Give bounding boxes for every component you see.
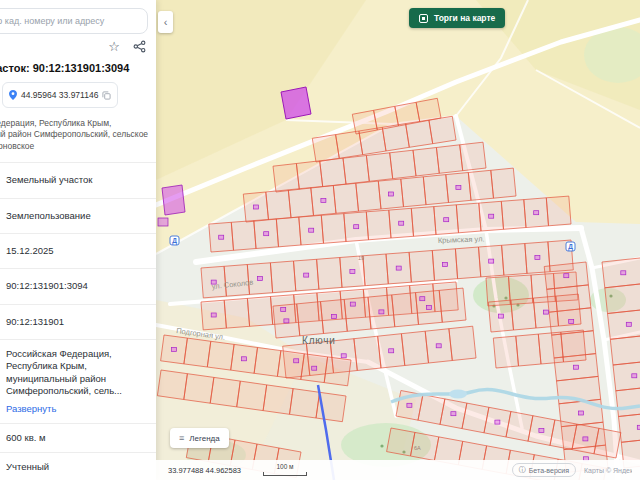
building-marker[interactable] [350,302,355,306]
parcel-polygon[interactable] [263,385,293,414]
building-marker[interactable] [569,320,574,324]
parcel-polygon[interactable] [210,377,240,407]
building-marker[interactable] [309,228,314,232]
parcel-polygon[interactable] [411,207,436,237]
parcel-polygon[interactable] [538,332,563,364]
building-marker[interactable] [579,411,584,415]
building-marker[interactable] [388,192,393,196]
parcel-polygon[interactable] [366,153,392,182]
parcel-polygon[interactable] [290,389,320,418]
parcel-polygon[interactable] [439,288,466,322]
parcel-polygon[interactable] [468,170,493,200]
parcel-polygon[interactable] [277,351,304,380]
building-marker[interactable] [264,232,269,236]
parcel-polygon[interactable] [413,148,439,177]
parcel-polygon[interactable] [184,374,214,404]
building-marker[interactable] [242,357,247,361]
parcel-polygon[interactable] [363,254,388,286]
parcel-polygon[interactable] [456,203,481,233]
building-marker[interactable] [420,297,425,301]
parcel-polygon[interactable] [296,161,322,190]
parcel-polygon[interactable] [231,221,256,251]
building-marker[interactable] [451,412,456,416]
building-marker[interactable] [535,256,540,260]
parcel-polygon[interactable] [184,338,211,367]
parcel-polygon[interactable] [352,110,377,134]
map[interactable]: Д Д Крымская ул. ул. Соколов Подгорная у… [156,0,640,480]
building-marker[interactable] [534,211,539,215]
parcel-polygon[interactable] [401,177,426,207]
building-marker[interactable] [444,218,449,222]
share-icon[interactable] [133,40,146,53]
parcel-polygon[interactable] [436,145,462,174]
parcel-polygon[interactable] [266,190,291,220]
building-marker[interactable] [543,310,548,314]
building-marker[interactable] [495,420,500,424]
auctions-on-map-button[interactable]: Торги на карте [409,8,505,28]
parcel-polygon[interactable] [237,381,267,411]
expand-link[interactable]: Развернуть [6,403,148,415]
parcel-polygon[interactable] [502,244,527,276]
building-marker[interactable] [489,214,494,218]
parcel-polygon[interactable] [511,298,536,330]
parcel-polygon[interactable] [343,156,369,185]
building-marker[interactable] [442,263,447,267]
building-marker[interactable] [312,366,317,370]
building-marker[interactable] [621,271,626,275]
parcel-polygon[interactable] [321,214,346,244]
map-canvas[interactable]: Д Д Крымская ул. ул. Соколов Подгорная у… [156,0,640,480]
legend-button[interactable]: ≡ Легенда [170,428,229,448]
parcel-polygon[interactable] [270,261,295,293]
parcel-polygon[interactable] [324,357,351,386]
parcel-polygon[interactable] [605,284,640,314]
parcel-polygon[interactable] [546,196,571,226]
copy-icon[interactable] [102,86,111,104]
parcel-polygon[interactable] [333,183,358,213]
sidebar-collapse-button[interactable]: ‹ [158,11,173,33]
coordinates-chip[interactable]: 44.95964 33.971146 [2,82,118,108]
parcel-polygon[interactable] [392,293,419,327]
parcel-polygon[interactable] [344,297,371,331]
parcel-polygon[interactable] [493,336,518,368]
parcel-polygon[interactable] [354,336,381,370]
building-marker[interactable] [626,322,631,326]
building-marker[interactable] [172,347,177,351]
building-marker[interactable] [426,305,431,309]
parcel-polygon[interactable] [356,181,381,211]
building-marker[interactable] [257,277,262,281]
parcel-polygon[interactable] [312,135,339,162]
favorite-star-icon[interactable]: ☆ [108,40,120,53]
parcel-polygon[interactable] [157,370,187,400]
selected-parcel-highlight[interactable] [281,87,311,119]
building-marker[interactable] [294,359,299,363]
building-marker[interactable] [489,259,494,263]
building-marker[interactable] [436,344,441,348]
parcel-polygon[interactable] [610,335,640,365]
building-marker[interactable] [379,310,384,314]
parcel-polygon[interactable] [594,428,621,458]
parcel-polygon[interactable] [395,102,420,126]
parcel-polygon[interactable] [401,331,428,365]
parcel-polygon[interactable] [516,334,541,366]
parcel-polygon[interactable] [409,251,434,283]
building-marker[interactable] [284,319,289,323]
building-marker[interactable] [456,186,461,190]
parcel-polygon[interactable] [501,200,526,230]
building-marker[interactable] [498,314,503,318]
parcel-polygon[interactable] [390,150,416,179]
parcel-polygon[interactable] [247,297,272,327]
parcel-polygon[interactable] [297,302,324,336]
parcel-polygon[interactable] [224,298,249,328]
building-marker[interactable] [396,266,401,270]
parcel-polygon[interactable] [608,309,640,339]
parcel-polygon[interactable] [276,217,301,247]
building-marker[interactable] [539,429,544,433]
building-marker[interactable] [407,403,412,407]
parcel-polygon[interactable] [374,106,399,130]
search-input[interactable]: Поиск по кад. номеру или адресу [0,8,148,34]
parcel-polygon[interactable] [273,164,299,193]
parcel-polygon[interactable] [416,98,441,122]
parcel-polygon[interactable] [455,247,480,279]
parcel-polygon[interactable] [288,188,313,218]
building-marker[interactable] [564,274,569,278]
